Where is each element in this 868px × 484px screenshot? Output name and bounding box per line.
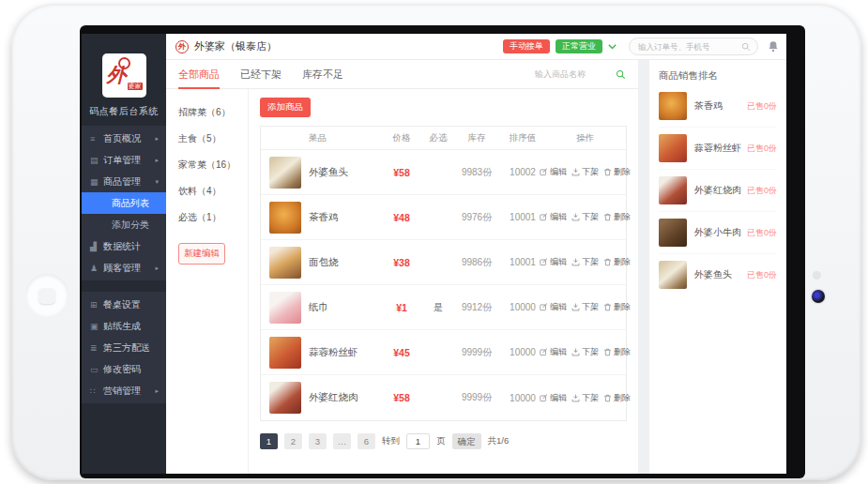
delete-button[interactable]: 删除 <box>603 301 631 313</box>
manual-order-button[interactable]: 手动接单 <box>503 39 550 53</box>
sidebar-menu-group-1: ≡ 首页概况 ▸ ▤ 订单管理 ▸ ▦ 商品管理 ▾ 商品列表 <box>82 126 166 280</box>
table-row: 面包烧 ¥38 9986份 10001 编辑 下架 删除 <box>261 240 626 285</box>
offshelf-icon <box>571 258 580 266</box>
offshelf-button[interactable]: 下架 <box>571 346 599 358</box>
system-title: 码点餐后台系统 <box>89 105 159 118</box>
products-icon: ▦ <box>90 177 103 187</box>
delete-button[interactable]: 删除 <box>603 211 631 223</box>
sort-cell: 10000 <box>501 393 544 403</box>
sidebar-item-label: 营销管理 <box>103 385 155 398</box>
bell-icon[interactable] <box>768 40 779 53</box>
offshelf-button[interactable]: 下架 <box>571 301 599 313</box>
sold-count: 已售0份 <box>747 185 777 197</box>
search-icon[interactable] <box>616 69 626 80</box>
delete-button[interactable]: 删除 <box>603 256 631 268</box>
edit-button[interactable]: 编辑 <box>540 256 567 268</box>
stock-cell: 9999份 <box>452 346 501 359</box>
table-row: 纸巾 ¥1 是 9912份 10000 编辑 下架 删除 <box>261 285 626 330</box>
col-stock: 库存 <box>452 132 501 144</box>
offshelf-button[interactable]: 下架 <box>571 166 599 178</box>
edit-button[interactable]: 编辑 <box>540 392 567 404</box>
price-cell: ¥58 <box>379 167 424 178</box>
product-table: 菜品 价格 必选 库存 排序值 操作 外婆鱼头 <box>260 126 627 421</box>
ranking-item: 茶香鸡 已售0份 <box>659 85 777 128</box>
sidebar-divider <box>82 280 166 292</box>
trash-icon <box>603 168 612 176</box>
new-edit-category-button[interactable]: 新建编辑 <box>178 243 225 265</box>
order-search-input[interactable] <box>636 41 741 53</box>
business-status-button[interactable]: 正常营业 <box>556 39 602 53</box>
logo-subtext: 婆家 <box>128 83 143 90</box>
sidebar-item-product-management[interactable]: ▦ 商品管理 ▾ <box>82 171 166 192</box>
chevron-right-icon: ▸ <box>155 157 159 164</box>
delivery-icon: ≣ <box>90 343 103 353</box>
orders-icon: ▤ <box>90 156 103 165</box>
trash-icon <box>603 258 612 266</box>
page-total: 共1/6 <box>488 435 510 447</box>
edit-button[interactable]: 编辑 <box>540 166 567 178</box>
page-button-ellipsis[interactable]: … <box>333 433 351 449</box>
category-item[interactable]: 招牌菜（6） <box>178 106 248 119</box>
sidebar-subitem-product-list[interactable]: 商品列表 <box>82 192 166 214</box>
price-cell: ¥1 <box>379 302 424 313</box>
page-button-3[interactable]: 3 <box>309 433 327 449</box>
delete-button[interactable]: 删除 <box>603 392 631 404</box>
offshelf-icon <box>571 348 580 356</box>
table-header: 菜品 价格 必选 库存 排序值 操作 <box>261 127 626 150</box>
dish-photo <box>659 176 687 204</box>
offshelf-icon <box>571 303 580 311</box>
home-button[interactable] <box>25 274 69 317</box>
dish-photo <box>269 337 301 369</box>
product-search-input[interactable] <box>533 68 616 80</box>
col-operations: 操作 <box>544 132 626 144</box>
category-item[interactable]: 必选（1） <box>178 211 248 224</box>
page-button-6[interactable]: 6 <box>358 433 375 449</box>
search-icon[interactable] <box>741 42 751 52</box>
ambient-sensor-dot <box>813 271 821 280</box>
sort-cell: 10002 <box>501 167 544 177</box>
delete-button[interactable]: 删除 <box>603 346 631 358</box>
offshelf-button[interactable]: 下架 <box>571 392 599 404</box>
chevron-down-icon[interactable] <box>607 41 617 52</box>
page-button-2[interactable]: 2 <box>284 433 302 449</box>
sidebar-item-third-party-delivery[interactable]: ≣ 第三方配送 <box>82 337 166 358</box>
sidebar-item-label: 首页概况 <box>103 132 155 145</box>
page-unit-label: 页 <box>436 435 446 447</box>
sidebar-subitem-add-category[interactable]: 添加分类 <box>82 214 166 235</box>
add-product-button[interactable]: 添加商品 <box>260 98 311 117</box>
sidebar-item-label: 餐桌设置 <box>103 298 159 311</box>
sidebar-item-change-password[interactable]: ▭ 修改密码 <box>82 358 166 380</box>
chevron-down-icon: ▾ <box>155 178 159 186</box>
sidebar-item-order-management[interactable]: ▤ 订单管理 ▸ <box>82 149 166 171</box>
sidebar-item-sticker-generation[interactable]: ▣ 贴纸生成 <box>82 315 166 337</box>
offshelf-button[interactable]: 下架 <box>571 256 599 268</box>
edit-button[interactable]: 编辑 <box>540 346 567 358</box>
tab-all-products[interactable]: 全部商品 <box>178 60 220 89</box>
edit-button[interactable]: 编辑 <box>540 301 567 313</box>
category-item[interactable]: 家常菜（16） <box>178 159 248 172</box>
category-item[interactable]: 主食（5） <box>178 132 248 145</box>
sidebar-item-marketing-management[interactable]: ∷ 营销管理 ▸ <box>82 380 166 401</box>
sidebar-item-label: 订单管理 <box>103 154 155 167</box>
goto-page-input[interactable] <box>406 433 430 449</box>
sidebar-item-label: 数据统计 <box>103 240 159 253</box>
sidebar-item-table-settings[interactable]: ⊞ 餐桌设置 <box>82 294 166 315</box>
edit-icon <box>540 348 548 356</box>
dish-photo <box>269 247 301 279</box>
confirm-button[interactable]: 确定 <box>452 433 481 449</box>
product-section: 全部商品 已经下架 库存不足 招牌菜（6） 主食（5） <box>166 60 638 474</box>
edit-icon <box>540 303 548 311</box>
offshelf-button[interactable]: 下架 <box>571 211 599 223</box>
sidebar-item-customer-management[interactable]: ♟ 顾客管理 ▸ <box>82 257 166 279</box>
ranking-item: 外婆鱼头 已售0份 <box>659 254 777 295</box>
tab-low-stock[interactable]: 库存不足 <box>302 60 343 89</box>
delete-button[interactable]: 删除 <box>603 166 631 178</box>
page-button-1[interactable]: 1 <box>260 433 278 449</box>
stats-icon: ▟ <box>90 242 103 251</box>
tab-off-shelf[interactable]: 已经下架 <box>240 60 282 89</box>
edit-button[interactable]: 编辑 <box>540 211 567 223</box>
category-item[interactable]: 饮料（4） <box>178 185 248 198</box>
sidebar-item-label: 商品管理 <box>103 175 155 189</box>
sidebar-item-home-overview[interactable]: ≡ 首页概况 ▸ <box>82 128 166 149</box>
sidebar-item-data-statistics[interactable]: ▟ 数据统计 <box>82 235 166 257</box>
